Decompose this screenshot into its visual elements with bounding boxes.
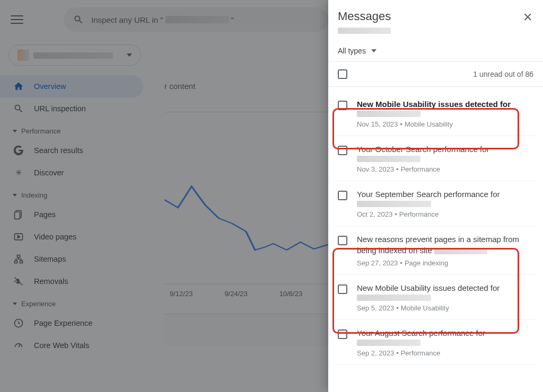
select-all-checkbox[interactable]: [338, 69, 347, 79]
messages-list: New Mobile Usability issues detected for…: [328, 87, 543, 392]
message-checkbox[interactable]: [338, 236, 347, 245]
chevron-down-icon: [371, 49, 376, 52]
message-checkbox[interactable]: [338, 101, 347, 110]
messages-panel: Messages ✕ All types 1 unread out of 86 …: [328, 0, 543, 392]
panel-subtitle: [338, 25, 391, 35]
message-checkbox[interactable]: [338, 146, 347, 155]
message-checkbox[interactable]: [338, 329, 347, 339]
message-item[interactable]: Your August Search performance for Sep 2…: [335, 320, 537, 365]
message-title: New Mobile Usability issues detected for: [357, 282, 533, 301]
unread-count: 1 unread out of 86: [473, 70, 533, 78]
message-meta: Sep 5, 2023•Mobile Usability: [357, 304, 533, 312]
message-item[interactable]: Your September Search performance for Oc…: [335, 181, 537, 226]
select-all-row: 1 unread out of 86: [328, 62, 543, 86]
message-title: New reasons prevent pages in a sitemap f…: [357, 234, 533, 256]
message-item[interactable]: Your October Search performance for Nov …: [335, 136, 537, 181]
message-item[interactable]: New Mobile Usability issues detected for…: [335, 91, 537, 136]
close-icon[interactable]: ✕: [522, 10, 533, 25]
message-title: Your August Search performance for: [357, 327, 533, 346]
message-checkbox[interactable]: [338, 191, 347, 200]
message-title: Your September Search performance for: [357, 189, 533, 207]
filter-label: All types: [338, 47, 366, 55]
panel-header: Messages ✕: [328, 0, 543, 40]
message-item[interactable]: New Mobile Usability issues detected for…: [335, 275, 537, 320]
message-meta: Sep 2, 2023•Performance: [357, 349, 533, 357]
message-title: New Mobile Usability issues detected for: [357, 99, 533, 117]
message-meta: Sep 27, 2023•Page indexing: [357, 259, 533, 267]
message-item[interactable]: New reasons prevent pages in a sitemap f…: [335, 226, 537, 275]
panel-title: Messages: [338, 10, 391, 23]
message-meta: Nov 3, 2023•Performance: [357, 165, 533, 173]
filter-dropdown[interactable]: All types: [328, 40, 543, 61]
message-meta: Oct 2, 2023•Performance: [357, 210, 533, 218]
message-checkbox[interactable]: [338, 284, 347, 294]
message-meta: Nov 15, 2023•Mobile Usability: [357, 120, 533, 128]
message-title: Your October Search performance for: [357, 144, 533, 162]
